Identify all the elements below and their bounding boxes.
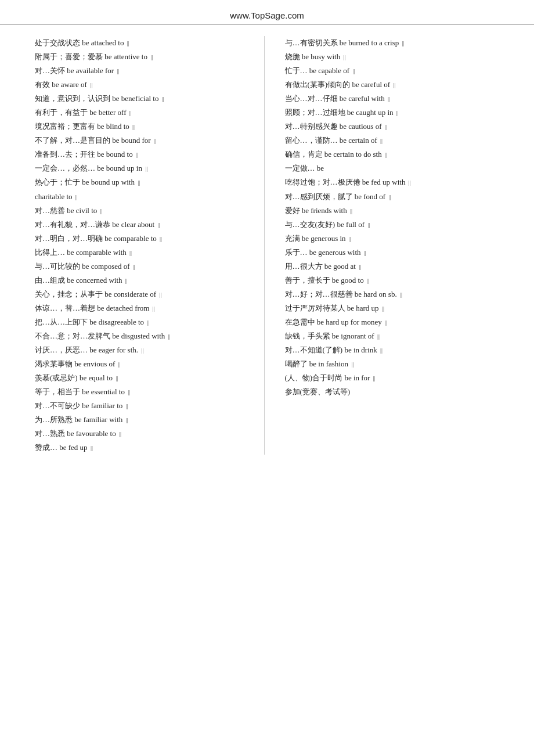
list-icon: || xyxy=(126,403,128,409)
list-item: 充满 be generous in || xyxy=(285,232,506,246)
list-icon: || xyxy=(400,291,402,298)
list-item: 留心…，谨防… be certain of || xyxy=(285,134,506,147)
list-icon: || xyxy=(349,236,351,242)
list-item: 热心于；忙于 be bound up with || xyxy=(35,175,255,189)
list-item: 与…交友(友好) be full of || xyxy=(285,218,506,232)
right-column: 与…有密切关系 be burned to a crisp ||烧脆 be bus… xyxy=(268,36,511,455)
list-icon: || xyxy=(350,208,352,214)
list-icon: || xyxy=(150,54,153,60)
list-icon: || xyxy=(129,110,132,116)
list-item: 体谅…，替…着想 be detached from || xyxy=(35,301,255,315)
list-icon: || xyxy=(388,96,390,102)
list-item: 对…熟悉 be favourable to || xyxy=(35,427,255,441)
left-column: 处于交战状态 be attached to ||附属于；喜爱；爱慕 be att… xyxy=(23,36,261,455)
list-item: 准备到…去；开往 be bound to || xyxy=(35,147,255,161)
list-item: 一定会…，必然… be bound up in || xyxy=(35,161,255,175)
list-icon: || xyxy=(91,445,93,451)
list-item: 有做出(某事)倾向的 be careful of || xyxy=(285,78,506,92)
list-item: 境况富裕；更富有 be blind to || xyxy=(35,120,255,134)
list-icon: || xyxy=(154,138,156,144)
list-icon: || xyxy=(129,250,132,256)
list-item: 附属于；喜爱；爱慕 be attentive to || xyxy=(35,50,255,64)
list-item: 有效 be aware of || xyxy=(35,78,255,92)
list-icon: || xyxy=(141,347,143,354)
list-item: 知道，意识到，认识到 be beneficial to || xyxy=(35,92,255,106)
page-header: www.TopSage.com xyxy=(0,0,534,24)
list-icon: || xyxy=(409,179,411,186)
list-icon: || xyxy=(116,375,118,381)
list-icon: || xyxy=(343,54,345,60)
list-icon: || xyxy=(136,152,138,158)
list-icon: || xyxy=(128,389,130,395)
list-item: 对…感到厌烦，腻了 be fond of || xyxy=(285,190,506,204)
list-item: 缺钱，手头紧 be ignorant of || xyxy=(285,329,506,343)
list-item: 当心…对…仔细 be careful with || xyxy=(285,92,506,106)
list-icon: || xyxy=(168,333,171,340)
list-item: 不了解，对…是盲目的 be bound for || xyxy=(35,134,255,147)
list-item: 爱好 be friends with || xyxy=(285,204,506,218)
list-icon: || xyxy=(138,179,140,186)
site-title: www.TopSage.com xyxy=(230,10,304,20)
list-item: 乐于… be generous with || xyxy=(285,246,506,260)
list-item: 羡慕(或忌妒) be equal to || xyxy=(35,371,255,385)
list-item: 参加(竞赛、考试等) xyxy=(285,385,506,399)
list-item: 渴求某事物 be envious of || xyxy=(35,357,255,371)
list-item: 与…可比较的 be composed of || xyxy=(35,260,255,273)
list-icon: || xyxy=(364,250,366,256)
list-icon: || xyxy=(385,152,387,158)
list-item: 有利于，有益于 be better off || xyxy=(35,106,255,120)
list-icon: || xyxy=(160,236,162,242)
list-icon: || xyxy=(127,40,129,46)
list-icon: || xyxy=(385,124,387,130)
list-item: 忙于… be capable of || xyxy=(285,64,506,78)
list-icon: || xyxy=(132,124,135,130)
list-icon: || xyxy=(90,82,92,88)
list-icon: || xyxy=(133,264,135,270)
list-item: 与…有密切关系 be burned to a crisp || xyxy=(285,36,506,50)
list-icon: || xyxy=(117,68,119,74)
list-item: 烧脆 be busy with || xyxy=(285,50,506,64)
list-item: 对…慈善 be civil to || xyxy=(35,204,255,218)
list-icon: || xyxy=(125,278,128,284)
list-icon: || xyxy=(100,208,103,214)
list-item: 赞成… be fed up || xyxy=(35,441,255,455)
list-icon: || xyxy=(377,333,380,340)
list-item: 比得上… be comparable with || xyxy=(35,246,255,260)
list-icon: || xyxy=(147,319,149,326)
column-divider xyxy=(264,36,265,455)
list-icon: || xyxy=(126,417,128,423)
list-item: 不合…意；对…发脾气 be disgusted with || xyxy=(35,329,255,343)
list-item: charitable to || xyxy=(35,190,255,204)
list-icon: || xyxy=(402,40,405,46)
list-icon: || xyxy=(373,375,376,381)
list-item: 处于交战状态 be attached to || xyxy=(35,36,255,50)
list-item: 对…关怀 be available for || xyxy=(35,64,255,78)
list-icon: || xyxy=(380,347,383,354)
list-icon: || xyxy=(393,82,395,88)
list-item: 过于严厉对待某人 be hard up || xyxy=(285,301,506,315)
list-item: 把…从…上卸下 be disagreeable to || xyxy=(35,315,255,329)
list-item: (人、物)合于时尚 be in for || xyxy=(285,371,506,385)
list-item: 在急需中 be hard up for money || xyxy=(285,315,506,329)
list-item: 喝醉了 be in fashion || xyxy=(285,357,506,371)
list-item: 照顾；对…过细地 be caught up in || xyxy=(285,106,506,120)
list-item: 确信，肯定 be certain to do sth || xyxy=(285,147,506,161)
list-icon: || xyxy=(119,431,121,437)
list-item: 一定做… be xyxy=(285,161,506,175)
list-icon: || xyxy=(153,305,155,312)
list-icon: || xyxy=(380,138,383,144)
list-icon: || xyxy=(382,305,384,312)
list-item: 对…不知道(了解) be in drink || xyxy=(285,343,506,357)
list-icon: || xyxy=(367,222,370,228)
list-icon: || xyxy=(352,68,355,74)
list-item: 对…有礼貌，对…谦恭 be clear about || xyxy=(35,218,255,232)
list-icon: || xyxy=(359,264,361,270)
list-item: 讨厌…，厌恶… be eager for sth. || xyxy=(35,343,255,357)
list-item: 对…不可缺少 be familiar to || xyxy=(35,399,255,413)
list-icon: || xyxy=(157,222,160,228)
list-item: 对…明白，对…明确 be comparable to || xyxy=(35,232,255,246)
main-content: 处于交战状态 be attached to ||附属于；喜爱；爱慕 be att… xyxy=(0,30,534,460)
list-icon: || xyxy=(388,194,391,200)
list-icon: || xyxy=(385,319,387,326)
list-item: 关心，挂念；从事于 be considerate of || xyxy=(35,287,255,301)
